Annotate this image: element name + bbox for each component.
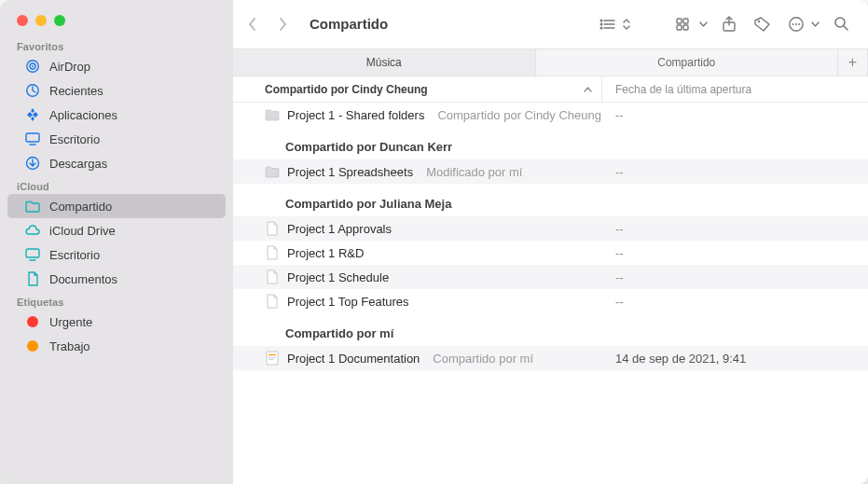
tags-button[interactable] bbox=[749, 12, 777, 36]
svg-rect-15 bbox=[677, 19, 682, 23]
file-name: Project 1 - Shared folders bbox=[287, 108, 424, 122]
plus-icon: + bbox=[848, 54, 857, 71]
sidebar-item-aplicaciones[interactable]: Aplicaciones bbox=[7, 103, 226, 127]
sidebar-item-escritorio[interactable]: Escritorio bbox=[7, 242, 226, 267]
file-date: -- bbox=[602, 108, 868, 122]
ellipsis-circle-icon bbox=[782, 12, 810, 36]
column-date[interactable]: Fecha de la última apertura bbox=[602, 83, 868, 96]
add-tab-button[interactable]: + bbox=[838, 49, 868, 76]
file-list: Project 1 - Shared foldersCompartido por… bbox=[233, 103, 868, 484]
zoom-button[interactable] bbox=[54, 15, 65, 26]
tab-compartido[interactable]: Compartido bbox=[536, 49, 839, 76]
svg-point-14 bbox=[600, 27, 602, 29]
file-row[interactable]: Project 1 Approvals-- bbox=[233, 216, 868, 241]
svg-rect-4 bbox=[26, 133, 39, 142]
sidebar-item-airdrop[interactable]: AirDrop bbox=[7, 54, 226, 78]
sidebar-section-header: Favoritos bbox=[0, 35, 233, 54]
main-pane: Compartido bbox=[233, 0, 868, 484]
sidebar-item-label: iCloud Drive bbox=[49, 224, 116, 238]
svg-point-20 bbox=[758, 20, 760, 21]
sidebar: FavoritosAirDropRecientesAplicacionesEsc… bbox=[0, 0, 233, 484]
back-button[interactable] bbox=[241, 12, 265, 36]
sidebar-section-header: Etiquetas bbox=[0, 291, 233, 310]
list-view-icon bbox=[594, 12, 622, 36]
svg-rect-7 bbox=[26, 249, 39, 257]
group-by-button[interactable] bbox=[670, 12, 710, 36]
shared-folder-icon bbox=[24, 198, 41, 214]
file-row[interactable]: Project 1 - Shared foldersCompartido por… bbox=[233, 103, 868, 127]
file-meta: Modificado por mí bbox=[426, 165, 522, 179]
tab-musica[interactable]: Música bbox=[233, 49, 536, 76]
group-header: Compartido por mí bbox=[233, 313, 868, 346]
sidebar-item-escritorio[interactable]: Escritorio bbox=[7, 127, 226, 151]
file-row[interactable]: Project 1 Top Features-- bbox=[233, 289, 868, 313]
file-row[interactable]: Project 1 DocumentationCompartido por mí… bbox=[233, 346, 868, 370]
updown-icon bbox=[620, 12, 633, 36]
sidebar-item-label: Escritorio bbox=[49, 248, 100, 262]
download-icon bbox=[24, 155, 41, 172]
sidebar-item-urgente[interactable]: Urgente bbox=[7, 310, 226, 334]
tag bbox=[24, 338, 41, 354]
file-meta: Compartido por Cindy Cheung bbox=[437, 108, 601, 122]
toolbar: Compartido bbox=[233, 0, 868, 48]
tab-bar: Música Compartido + bbox=[233, 48, 868, 76]
doc-icon bbox=[265, 221, 280, 236]
window-controls bbox=[0, 0, 233, 35]
finder-window: FavoritosAirDropRecientesAplicacionesEsc… bbox=[0, 0, 868, 484]
sidebar-item-compartido[interactable]: Compartido bbox=[7, 194, 226, 218]
clock-icon bbox=[24, 82, 41, 99]
more-button[interactable] bbox=[782, 12, 821, 36]
sidebar-item-label: Recientes bbox=[49, 84, 103, 98]
file-name: Project 1 Spreadsheets bbox=[287, 165, 413, 179]
doc-icon bbox=[265, 270, 280, 284]
view-mode-button[interactable] bbox=[594, 12, 633, 36]
svg-line-26 bbox=[844, 26, 847, 30]
forward-button[interactable] bbox=[270, 12, 295, 36]
share-button[interactable] bbox=[715, 12, 743, 36]
svg-rect-16 bbox=[683, 19, 688, 23]
svg-rect-18 bbox=[683, 25, 688, 30]
column-name[interactable]: Compartido por Cindy Cheung bbox=[233, 76, 602, 102]
sidebar-item-label: Trabajo bbox=[49, 339, 90, 353]
column-headers: Compartido por Cindy Cheung Fecha de la … bbox=[233, 76, 868, 103]
tab-label: Música bbox=[366, 56, 402, 69]
sidebar-item-label: Documentos bbox=[49, 272, 117, 286]
file-date: -- bbox=[602, 270, 868, 284]
sort-asc-icon bbox=[584, 87, 592, 92]
svg-point-13 bbox=[600, 23, 602, 25]
search-button[interactable] bbox=[827, 12, 855, 36]
svg-point-22 bbox=[792, 23, 794, 25]
sidebar-item-recientes[interactable]: Recientes bbox=[7, 78, 226, 103]
desktop-icon bbox=[24, 246, 41, 263]
sidebar-item-trabajo[interactable]: Trabajo bbox=[7, 334, 226, 358]
tag bbox=[24, 313, 41, 330]
svg-point-12 bbox=[600, 20, 602, 21]
apps-icon bbox=[24, 106, 41, 123]
sidebar-item-label: Aplicaciones bbox=[49, 108, 117, 122]
doc-icon bbox=[265, 294, 280, 309]
sidebar-item-label: Escritorio bbox=[49, 132, 100, 146]
chevron-down-icon bbox=[808, 12, 821, 36]
file-name: Project 1 Documentation bbox=[287, 352, 420, 366]
svg-rect-30 bbox=[269, 359, 274, 360]
file-date: -- bbox=[602, 222, 868, 236]
sidebar-item-label: Compartido bbox=[49, 200, 112, 214]
close-button[interactable] bbox=[17, 15, 28, 26]
doc-icon bbox=[265, 245, 280, 260]
airdrop-icon bbox=[24, 58, 41, 75]
sidebar-item-descargas[interactable]: Descargas bbox=[7, 151, 226, 175]
file-row[interactable]: Project 1 SpreadsheetsModificado por mí-… bbox=[233, 159, 868, 184]
sidebar-item-documentos[interactable]: Documentos bbox=[7, 267, 226, 291]
document-icon bbox=[24, 270, 41, 287]
folder-icon bbox=[265, 164, 280, 179]
file-row[interactable]: Project 1 R&D-- bbox=[233, 241, 868, 265]
file-date: -- bbox=[602, 246, 868, 260]
svg-rect-17 bbox=[677, 25, 682, 30]
group-header: Compartido por Juliana Meja bbox=[233, 184, 868, 216]
grid-icon bbox=[670, 12, 698, 36]
file-row[interactable]: Project 1 Schedule-- bbox=[233, 265, 868, 289]
sidebar-item-label: AirDrop bbox=[49, 60, 90, 74]
minimize-button[interactable] bbox=[35, 15, 47, 26]
sidebar-section-header: iCloud bbox=[0, 175, 233, 194]
sidebar-item-icloud-drive[interactable]: iCloud Drive bbox=[7, 218, 226, 242]
